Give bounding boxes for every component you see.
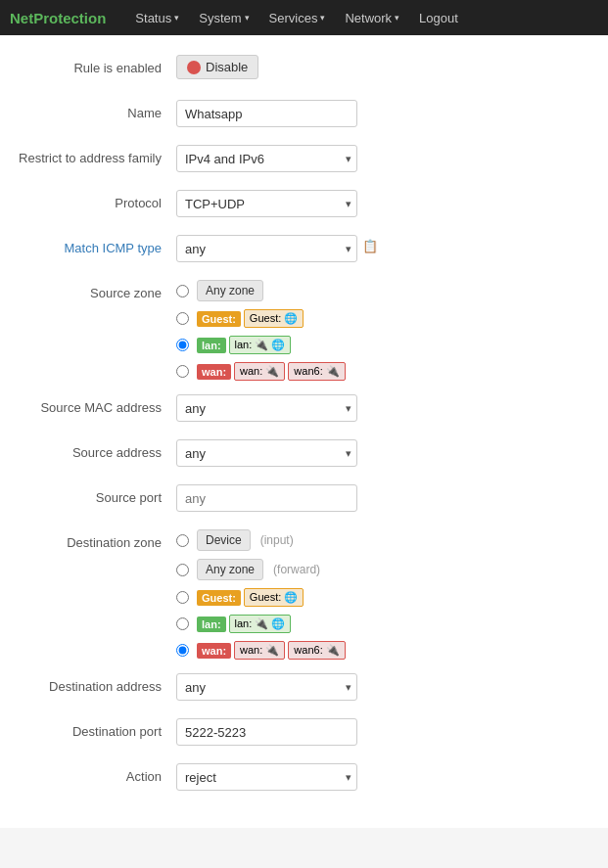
dst-lan-label: lan: <box>197 617 226 632</box>
dst-wan-iface: wan: 🔌 <box>234 641 285 660</box>
source-mac-select-wrapper: any <box>176 394 357 422</box>
brand-text: NetProtection <box>10 10 106 26</box>
icmp-select-wrapper: any <box>176 235 357 262</box>
src-lan-radio[interactable] <box>176 339 189 351</box>
icmp-book-icon[interactable]: 📋 <box>362 239 378 253</box>
dest-port-row: Destination port <box>0 718 588 750</box>
action-row: Action reject <box>0 763 588 795</box>
action-select-wrapper: reject <box>176 763 357 791</box>
nav-network[interactable]: Network ▾ <box>335 0 409 35</box>
dest-zone-group: Device (input) Any zone (forward) Guest:… <box>176 529 346 660</box>
restrict-label: Restrict to address family <box>0 145 176 165</box>
dst-wan-radio[interactable] <box>176 644 189 657</box>
src-any-zone-row: Any zone <box>176 280 346 301</box>
services-dropdown-arrow: ▾ <box>320 13 325 23</box>
dst-guest-zone-row: Guest: Guest: 🌐 <box>176 588 346 607</box>
src-guest-radio[interactable] <box>176 312 189 325</box>
source-address-row: Source address any <box>0 439 588 471</box>
disable-button[interactable]: Disable <box>176 55 258 79</box>
icmp-row: Match ICMP type any 📋 <box>0 235 588 266</box>
src-any-radio[interactable] <box>176 285 189 297</box>
dst-guest-label: Guest: <box>197 590 241 606</box>
nav-status[interactable]: Status ▾ <box>125 0 189 35</box>
protocol-select-wrapper: TCP+UDP <box>176 190 357 217</box>
restrict-select[interactable]: IPv4 and IPv6 <box>176 145 357 172</box>
network-dropdown-arrow: ▾ <box>395 13 399 23</box>
source-mac-select[interactable]: any <box>176 394 357 422</box>
src-wan6-iface: wan6: 🔌 <box>288 362 345 381</box>
src-any-badge: Any zone <box>197 280 263 301</box>
disable-label: Disable <box>206 60 248 74</box>
dst-lan-radio[interactable] <box>176 617 189 630</box>
dest-port-label: Destination port <box>0 718 176 739</box>
dest-port-input[interactable] <box>176 718 357 746</box>
nav-logout[interactable]: Logout <box>409 0 468 35</box>
protocol-label: Protocol <box>0 190 176 210</box>
name-row: Name <box>0 100 588 131</box>
src-guest-iface: Guest: 🌐 <box>244 309 304 328</box>
src-wan-radio[interactable] <box>176 365 189 378</box>
source-address-select[interactable]: any <box>176 439 357 467</box>
protocol-row: Protocol TCP+UDP <box>0 190 588 221</box>
nav-system[interactable]: System ▾ <box>189 0 258 35</box>
source-zone-group: Any zone Guest: Guest: 🌐 lan: lan: 🔌 🌐 <box>176 280 346 381</box>
dst-device-radio[interactable] <box>176 534 189 547</box>
dest-address-select-wrapper: any <box>176 673 357 701</box>
navbar: NetProtection Status ▾ System ▾ Services… <box>0 0 608 35</box>
source-zone-row: Source zone Any zone Guest: Guest: 🌐 lan… <box>0 280 588 381</box>
dst-wan6-iface: wan6: 🔌 <box>288 641 345 660</box>
dst-wan-zone-row: wan: wan: 🔌 wan6: 🔌 <box>176 641 346 660</box>
action-select[interactable]: reject <box>176 763 357 791</box>
rule-enabled-row: Rule is enabled Disable <box>0 55 588 86</box>
dest-address-label: Destination address <box>0 673 176 694</box>
system-dropdown-arrow: ▾ <box>245 13 250 23</box>
src-wan-zone-row: wan: wan: 🔌 wan6: 🔌 <box>176 362 346 381</box>
source-mac-row: Source MAC address any <box>0 394 588 426</box>
src-lan-zone-row: lan: lan: 🔌 🌐 <box>176 336 346 354</box>
src-lan-badge-group: lan: lan: 🔌 🌐 <box>197 336 291 354</box>
nav-services[interactable]: Services ▾ <box>259 0 336 35</box>
name-input[interactable] <box>176 100 357 127</box>
src-lan-iface: lan: 🔌 🌐 <box>229 336 292 354</box>
src-lan-label: lan: <box>197 338 226 353</box>
source-port-label: Source port <box>0 484 176 505</box>
dst-any-badge: Any zone <box>197 559 263 580</box>
dst-any-radio[interactable] <box>176 564 189 576</box>
source-port-row: Source port <box>0 484 588 516</box>
src-guest-zone-row: Guest: Guest: 🌐 <box>176 309 346 328</box>
dst-guest-iface: Guest: 🌐 <box>244 588 304 607</box>
source-port-input[interactable] <box>176 484 357 512</box>
src-wan-iface: wan: 🔌 <box>234 362 285 381</box>
action-label: Action <box>0 763 176 784</box>
source-zone-label: Source zone <box>0 280 176 300</box>
src-guest-badge-group: Guest: Guest: 🌐 <box>197 309 304 328</box>
restrict-select-wrapper: IPv4 and IPv6 <box>176 145 357 172</box>
dest-address-row: Destination address any <box>0 673 588 705</box>
protocol-select[interactable]: TCP+UDP <box>176 190 357 217</box>
dst-guest-badge-group: Guest: Guest: 🌐 <box>197 588 304 607</box>
dest-zone-row: Destination zone Device (input) Any zone… <box>0 529 588 660</box>
dst-lan-zone-row: lan: lan: 🔌 🌐 <box>176 615 346 633</box>
dst-lan-badge-group: lan: lan: 🔌 🌐 <box>197 615 291 633</box>
form-container: Rule is enabled Disable Name Restrict to… <box>0 35 608 828</box>
dst-lan-iface: lan: 🔌 🌐 <box>229 615 292 633</box>
status-dropdown-arrow: ▾ <box>174 13 179 23</box>
dst-device-badge: Device <box>197 529 251 551</box>
icmp-label: Match ICMP type <box>0 235 176 255</box>
dst-any-zone-row: Any zone (forward) <box>176 559 346 580</box>
dest-address-select[interactable]: any <box>176 673 357 701</box>
name-label: Name <box>0 100 176 120</box>
src-wan-label: wan: <box>197 364 231 380</box>
dst-wan-badge-group: wan: wan: 🔌 wan6: 🔌 <box>197 641 346 660</box>
brand: NetProtection <box>10 10 106 26</box>
dst-guest-radio[interactable] <box>176 591 189 604</box>
rule-enabled-label: Rule is enabled <box>0 55 176 75</box>
dst-device-zone-row: Device (input) <box>176 529 346 551</box>
disable-icon <box>187 61 201 74</box>
dst-any-forward-text: (forward) <box>273 563 320 576</box>
source-address-select-wrapper: any <box>176 439 357 467</box>
src-guest-label: Guest: <box>197 311 241 327</box>
dest-zone-label: Destination zone <box>0 529 176 550</box>
icmp-select[interactable]: any <box>176 235 357 262</box>
restrict-row: Restrict to address family IPv4 and IPv6 <box>0 145 588 176</box>
